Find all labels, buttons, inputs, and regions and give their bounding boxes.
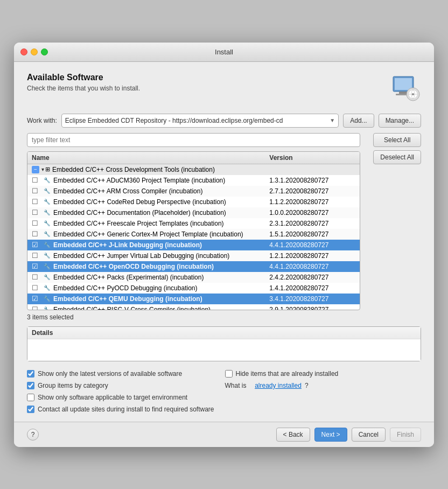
row-checkbox-icon: ☐ bbox=[32, 208, 40, 217]
table-row[interactable]: ☑ 🔧 Embedded C/C++ J-Link Debugging (inc… bbox=[27, 240, 360, 250]
bottom-right: < Back Next > Cancel Finish bbox=[276, 428, 421, 442]
work-with-row: Work with: Eclipse Embedded CDT Reposito… bbox=[27, 114, 421, 128]
install-icon bbox=[390, 74, 420, 103]
svg-rect-2 bbox=[399, 92, 408, 94]
row-item-icon: 🔧 bbox=[43, 219, 51, 228]
table-row[interactable]: ☐ 🔧 Embedded C/C++ ARM Cross Compiler (i… bbox=[27, 186, 360, 197]
row-version: 3.4.1.202008280727 bbox=[269, 295, 355, 303]
details-body bbox=[27, 339, 421, 361]
table-row[interactable]: ☑ 🔧 Embedded C/C++ OpenOCD Debugging (in… bbox=[27, 261, 360, 272]
row-checkbox-icon: ☑ bbox=[32, 241, 40, 249]
deselect-all-button[interactable]: Deselect All bbox=[373, 150, 421, 164]
show-applicable-checkbox[interactable] bbox=[27, 394, 34, 401]
table-row[interactable]: ☐ 🔧 Embedded C/C++ RISC-V Cross Compiler… bbox=[27, 304, 360, 310]
table-row[interactable]: ☑ 🔧 Embedded C/C++ QEMU Debugging (incub… bbox=[27, 294, 360, 304]
row-checkbox-icon: ☐ bbox=[32, 284, 40, 292]
table-rows-container: ☐ 🔧 Embedded C/C++ ADuCM360 Project Temp… bbox=[27, 175, 360, 310]
table-row[interactable]: ☐ 🔧 Embedded C/C++ Generic Cortex-M Proj… bbox=[27, 229, 360, 240]
help-button[interactable]: ? bbox=[27, 429, 39, 441]
expand-arrow-icon: ▾ bbox=[41, 166, 44, 172]
close-button[interactable] bbox=[20, 48, 27, 55]
table-row[interactable]: ☐ 🔧 Embedded C/C++ ADuCM360 Project Temp… bbox=[27, 175, 360, 186]
row-label: Embedded C/C++ PyOCD Debugging (incubati… bbox=[53, 284, 269, 292]
group-by-category-row: Group items by category bbox=[27, 382, 214, 389]
bottom-left: ? bbox=[27, 429, 39, 441]
row-item-icon: 🔧 bbox=[43, 187, 51, 195]
checkboxes-section: Show only the latest versions of availab… bbox=[27, 370, 421, 413]
finish-button[interactable]: Finish bbox=[390, 428, 421, 442]
row-item-icon: 🔧 bbox=[43, 284, 51, 292]
right-checkboxes: Hide items that are already installed Wh… bbox=[225, 370, 339, 413]
row-label: Embedded C/C++ J-Link Debugging (incubat… bbox=[53, 241, 269, 249]
category-label: Embedded C/C++ Cross Development Tools (… bbox=[52, 166, 355, 173]
what-is-text: What is bbox=[225, 382, 247, 389]
row-label: Embedded C/C++ OpenOCD Debugging (incuba… bbox=[53, 263, 269, 270]
row-item-icon: 🔧 bbox=[43, 305, 51, 310]
next-button[interactable]: Next > bbox=[314, 428, 347, 442]
row-version: 1.5.1.202008280727 bbox=[269, 230, 355, 238]
question-mark: ? bbox=[305, 382, 309, 389]
hide-installed-checkbox[interactable] bbox=[225, 370, 233, 378]
table-row[interactable]: ☐ 🔧 Embedded C/C++ Packs (Experimental) … bbox=[27, 272, 360, 283]
add-button[interactable]: Add... bbox=[343, 114, 374, 128]
show-latest-row: Show only the latest versions of availab… bbox=[27, 370, 214, 378]
row-version: 1.1.2.202008280727 bbox=[269, 198, 355, 206]
repo-select-text: Eclipse Embedded CDT Repository - https:… bbox=[65, 117, 328, 124]
category-row[interactable]: − ▾ ⊞ Embedded C/C++ Cross Development T… bbox=[27, 164, 360, 175]
version-column-header: Version bbox=[269, 154, 355, 162]
cancel-button[interactable]: Cancel bbox=[352, 428, 386, 442]
show-latest-label: Show only the latest versions of availab… bbox=[38, 370, 182, 378]
table-section: Name Version − ▾ ⊞ Embedded C/C++ Cross … bbox=[27, 133, 360, 310]
minimize-button[interactable] bbox=[31, 48, 38, 55]
row-label: Embedded C/C++ Documentation (Placeholde… bbox=[53, 209, 269, 216]
traffic-lights bbox=[20, 48, 48, 55]
contact-sites-row: Contact all update sites during install … bbox=[27, 406, 214, 413]
table-row[interactable]: ☐ 🔧 Embedded C/C++ Freescale Project Tem… bbox=[27, 218, 360, 229]
select-all-button[interactable]: Select All bbox=[373, 133, 421, 147]
header-icon bbox=[389, 73, 421, 105]
table-row[interactable]: ☐ 🔧 Embedded C/C++ PyOCD Debugging (incu… bbox=[27, 283, 360, 294]
filter-row bbox=[27, 133, 360, 147]
filter-input[interactable] bbox=[27, 133, 360, 147]
row-checkbox-icon: ☐ bbox=[32, 198, 40, 206]
show-applicable-label: Show only software applicable to target … bbox=[38, 394, 187, 401]
row-version: 1.4.1.202008280727 bbox=[269, 284, 355, 292]
row-version: 2.3.1.202008280727 bbox=[269, 220, 355, 227]
manage-button[interactable]: Manage... bbox=[379, 114, 421, 128]
row-label: Embedded C/C++ Packs (Experimental) (inc… bbox=[53, 274, 269, 281]
maximize-button[interactable] bbox=[41, 48, 48, 55]
row-checkbox-icon: ☑ bbox=[32, 295, 40, 303]
row-version: 2.4.2.202008280727 bbox=[269, 274, 355, 281]
table-row[interactable]: ☐ 🔧 Embedded C/C++ CodeRed Debug Perspec… bbox=[27, 197, 360, 207]
group-by-category-checkbox[interactable] bbox=[27, 382, 34, 389]
titlebar: Install bbox=[14, 43, 434, 62]
repository-select[interactable]: Eclipse Embedded CDT Repository - https:… bbox=[61, 114, 339, 128]
row-checkbox-icon: ☑ bbox=[32, 262, 40, 271]
category-icon: ⊞ bbox=[45, 166, 50, 173]
chevron-down-icon: ▼ bbox=[330, 117, 335, 123]
table-row[interactable]: ☐ 🔧 Embedded C/C++ Documentation (Placeh… bbox=[27, 207, 360, 218]
table-row[interactable]: ☐ 🔧 Embedded C/C++ Jumper Virtual Lab De… bbox=[27, 250, 360, 261]
row-label: Embedded C/C++ Freescale Project Templat… bbox=[53, 220, 269, 227]
table-header: Name Version bbox=[27, 152, 360, 164]
contact-sites-checkbox[interactable] bbox=[27, 406, 34, 413]
left-checkboxes: Show only the latest versions of availab… bbox=[27, 370, 214, 413]
row-label: Embedded C/C++ ARM Cross Compiler (incub… bbox=[53, 187, 269, 195]
row-item-icon: 🔧 bbox=[43, 241, 51, 249]
selected-count: 3 items selected bbox=[27, 313, 421, 321]
row-item-icon: 🔧 bbox=[43, 198, 51, 206]
contact-sites-label: Contact all update sites during install … bbox=[38, 406, 214, 413]
row-version: 4.4.1.202008280727 bbox=[269, 263, 355, 270]
row-item-icon: 🔧 bbox=[43, 295, 51, 303]
row-label: Embedded C/C++ RISC-V Cross Compiler (in… bbox=[53, 306, 269, 310]
row-checkbox-icon: ☐ bbox=[32, 187, 40, 195]
row-item-icon: 🔧 bbox=[43, 208, 51, 217]
row-label: Embedded C/C++ QEMU Debugging (incubatio… bbox=[53, 295, 269, 303]
row-item-icon: 🔧 bbox=[43, 176, 51, 185]
already-installed-link[interactable]: already installed bbox=[255, 382, 302, 389]
row-label: Embedded C/C++ CodeRed Debug Perspective… bbox=[53, 198, 269, 206]
hide-installed-row: Hide items that are already installed bbox=[225, 370, 339, 378]
show-latest-checkbox[interactable] bbox=[27, 370, 34, 378]
row-version: 1.2.1.202008280727 bbox=[269, 252, 355, 260]
back-button[interactable]: < Back bbox=[276, 428, 310, 442]
